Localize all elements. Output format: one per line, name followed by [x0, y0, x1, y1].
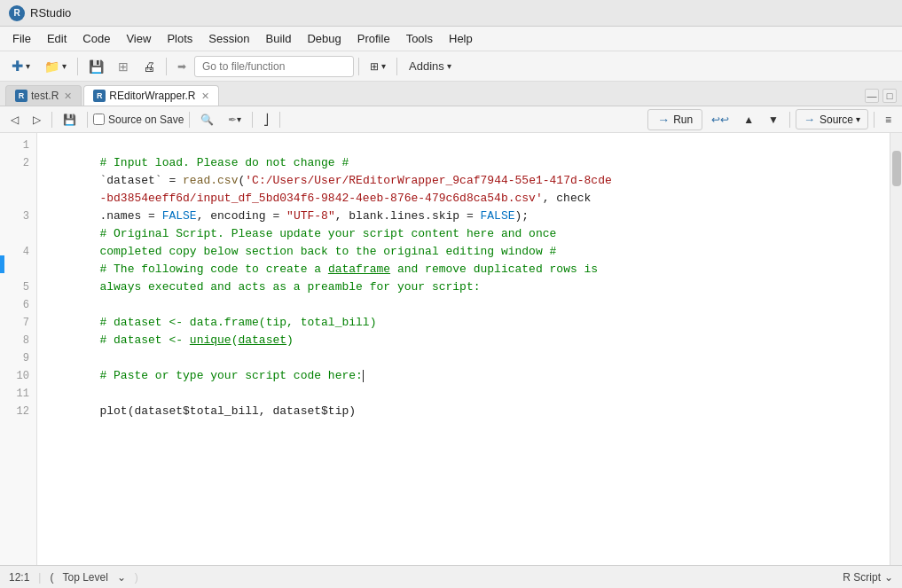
ed-sep-7 [874, 112, 875, 128]
forward-icon: ▷ [33, 114, 41, 126]
down-icon: ▼ [768, 114, 779, 126]
line-num-12: 12 [0, 403, 36, 420]
menu-file[interactable]: File [5, 29, 38, 48]
expand-button[interactable]: □ [882, 89, 897, 103]
tab-test-r[interactable]: R test.R ✕ [5, 85, 82, 106]
compile-icon: ⎦ [263, 114, 269, 126]
more-icon: ≡ [885, 114, 891, 126]
toolbar-sep-2 [166, 58, 167, 75]
source-button[interactable]: → Source ▾ [796, 109, 868, 129]
save-all-button[interactable]: ⊞ [112, 56, 135, 77]
menu-bar: File Edit Code View Plots Session Build … [0, 27, 902, 51]
source-arrow-icon: → [804, 113, 815, 126]
back-icon: ◁ [11, 114, 19, 126]
file-type-dropdown[interactable]: ⌄ [884, 571, 893, 584]
line-num-7: 7 [0, 314, 36, 332]
source-on-save-checkbox[interactable] [93, 114, 105, 125]
goto-input[interactable] [194, 56, 354, 77]
save-button[interactable]: 💾 [82, 56, 110, 77]
search-icon: 🔍 [200, 114, 214, 126]
toolbar-sep-4 [396, 58, 397, 75]
line-num-3: 3 [0, 208, 36, 225]
code-line-9: # Paste or type your script code here: [44, 349, 882, 367]
line-num-9: 9 [0, 349, 36, 367]
cursor [363, 370, 364, 382]
search-button[interactable]: 🔍 [195, 111, 219, 129]
ed-sep-1 [51, 112, 52, 128]
scope-value: Top Level [62, 571, 107, 584]
title-bar: R RStudio [0, 0, 902, 27]
folder-dropdown-icon: ▾ [62, 61, 67, 71]
down-button[interactable]: ▼ [763, 111, 784, 129]
run-arrow-icon: → [657, 113, 670, 127]
code-tools-dropdown-icon: ▾ [237, 114, 241, 124]
scroll-thumb[interactable] [892, 151, 901, 186]
line-num-6: 6 [0, 296, 36, 314]
forward-button[interactable]: ▷ [27, 111, 46, 129]
menu-code[interactable]: Code [75, 29, 117, 48]
status-right: R Script ⌄ [843, 571, 893, 584]
code-content[interactable]: # Input load. Please do not change # `da… [37, 133, 890, 565]
tab-reditorwrapper-r-label: REditorWrapper.R [109, 90, 195, 102]
open-file-button[interactable]: 📁 ▾ [38, 56, 73, 77]
goto-button[interactable]: ➡ [171, 57, 192, 76]
menu-session[interactable]: Session [201, 29, 256, 48]
grid-button[interactable]: ⊞ ▾ [364, 57, 392, 76]
left-indicator [0, 255, 4, 273]
tab-test-r-icon: R [15, 90, 27, 102]
save-file-button[interactable]: 💾 [58, 111, 82, 129]
more-button[interactable]: ≡ [880, 111, 897, 129]
ed-sep-6 [789, 112, 790, 128]
menu-help[interactable]: Help [442, 29, 480, 48]
line-num-2b [0, 172, 36, 190]
menu-view[interactable]: View [119, 29, 158, 48]
code-editor[interactable]: 1 2 3 4 5 6 7 8 9 10 11 12 # Input load.… [0, 133, 902, 565]
menu-plots[interactable]: Plots [160, 29, 200, 48]
main-toolbar: ✚ ▾ 📁 ▾ 💾 ⊞ 🖨 ➡ ⊞ ▾ Addins ▾ [0, 51, 902, 82]
print-icon: 🖨 [143, 59, 155, 74]
editor-area: R test.R ✕ R REditorWrapper.R ✕ — □ ◁ ▷ … [0, 82, 902, 588]
save-all-icon: ⊞ [118, 59, 129, 74]
file-type: R Script [843, 571, 881, 584]
tab-reditorwrapper-r-close[interactable]: ✕ [201, 90, 209, 102]
scope-label: ( [50, 571, 53, 584]
goto-icon: ➡ [177, 60, 186, 73]
menu-edit[interactable]: Edit [40, 29, 74, 48]
print-button[interactable]: 🖨 [137, 56, 161, 77]
line-num-1: 1 [0, 137, 36, 154]
source-label: Source [820, 114, 853, 126]
menu-debug[interactable]: Debug [300, 29, 348, 48]
source-on-save-label[interactable]: Source on Save [93, 114, 184, 126]
menu-build[interactable]: Build [259, 29, 299, 48]
code-tools-button[interactable]: ✒ ▾ [223, 111, 247, 129]
tab-test-r-close[interactable]: ✕ [64, 90, 72, 102]
line-num-4b [0, 261, 36, 278]
right-scrollbar[interactable] [890, 133, 902, 565]
up-button[interactable]: ▲ [738, 111, 759, 129]
new-file-button[interactable]: ✚ ▾ [5, 54, 36, 78]
line-num-11: 11 [0, 385, 36, 403]
scope-dropdown[interactable]: ⌄ [117, 571, 126, 584]
tab-test-r-label: test.R [31, 90, 59, 102]
line-num-2: 2 [0, 154, 36, 172]
menu-tools[interactable]: Tools [399, 29, 440, 48]
compile-button[interactable]: ⎦ [258, 111, 274, 129]
line-num-5: 5 [0, 278, 36, 296]
back-button[interactable]: ◁ [5, 111, 24, 129]
app-title: RStudio [30, 6, 71, 20]
ed-sep-5 [279, 112, 280, 128]
run-label: Run [673, 114, 693, 126]
folder-icon: 📁 [44, 59, 59, 74]
menu-profile[interactable]: Profile [350, 29, 397, 48]
code-line-1: # Input load. Please do not change # [44, 137, 882, 154]
run-button[interactable]: → Run [647, 109, 702, 130]
editor-toolbar: ◁ ▷ 💾 Source on Save 🔍 ✒ ▾ ⎦ → Run [0, 106, 902, 133]
rerun-button[interactable]: ↩↩ [706, 111, 734, 129]
app-icon: R [9, 5, 25, 21]
code-tools-icon: ✒ [228, 114, 237, 126]
tab-reditorwrapper-r[interactable]: R REditorWrapper.R ✕ [83, 85, 218, 106]
line-num-3b [0, 225, 36, 243]
toolbar-sep-3 [358, 58, 359, 75]
collapse-button[interactable]: — [865, 89, 879, 103]
addins-button[interactable]: Addins ▾ [402, 57, 459, 75]
